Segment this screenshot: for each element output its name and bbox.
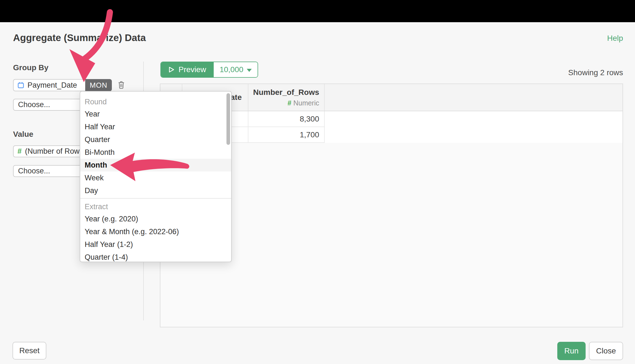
preview-button[interactable]: Preview xyxy=(161,62,214,77)
reset-button[interactable]: Reset xyxy=(12,342,46,360)
group-by-label: Group By xyxy=(13,63,49,72)
menu-item-quarter[interactable]: Quarter xyxy=(80,133,231,146)
dropdown-scrollbar[interactable] xyxy=(226,93,230,145)
page-title: Aggregate (Summarize) Data xyxy=(13,32,146,43)
date-round-dropdown-menu: Round Year Half Year Quarter Bi-Month Mo… xyxy=(80,91,232,262)
menu-item-extract-year[interactable]: Year (e.g. 2020) xyxy=(80,213,231,225)
column-type: # Numeric xyxy=(288,99,319,107)
preview-row-limit-value: 10,000 xyxy=(220,65,243,74)
date-round-badge[interactable]: MON xyxy=(85,79,112,91)
menu-item-year[interactable]: Year xyxy=(80,108,231,120)
number-of-rows-cell: 8,300 xyxy=(248,111,325,127)
close-button[interactable]: Close xyxy=(589,342,623,360)
trash-icon[interactable] xyxy=(118,81,125,89)
showing-rows-status: Showing 2 rows xyxy=(568,68,623,77)
group-by-field-name: Payment_Date xyxy=(27,81,77,90)
empty-cell xyxy=(325,111,623,127)
menu-item-extract-year-month[interactable]: Year & Month (e.g. 2022-06) xyxy=(80,225,231,238)
empty-cell xyxy=(325,127,623,143)
group-by-field[interactable]: Payment_Date xyxy=(13,79,85,91)
numeric-hash-icon: # xyxy=(288,99,291,107)
menu-item-half-year[interactable]: Half Year xyxy=(80,120,231,133)
value-label: Value xyxy=(13,130,33,139)
arrow-to-payment-date-field xyxy=(69,12,110,82)
preview-row-limit-select[interactable]: 10,000 xyxy=(214,62,258,77)
menu-section-round: Round xyxy=(80,96,231,108)
number-of-rows-cell: 1,700 xyxy=(248,127,325,143)
number-of-rows-column-header[interactable]: Number_of_Rows # Numeric xyxy=(248,84,325,111)
preview-button-group[interactable]: Preview 10,000 xyxy=(160,62,258,78)
column-name: Number_of_Rows xyxy=(253,88,319,97)
menu-item-week[interactable]: Week xyxy=(80,171,231,184)
empty-column-header xyxy=(325,84,623,111)
menu-item-month[interactable]: Month xyxy=(80,159,231,171)
menu-divider xyxy=(80,198,231,199)
calendar-icon xyxy=(17,82,24,89)
menu-section-extract: Extract xyxy=(80,201,231,213)
play-icon xyxy=(168,66,175,73)
top-black-bar xyxy=(0,0,635,22)
numeric-hash-icon: # xyxy=(17,147,22,156)
run-button[interactable]: Run xyxy=(557,342,586,360)
help-link[interactable]: Help xyxy=(607,34,623,43)
column-type-label: Numeric xyxy=(293,99,319,107)
menu-item-extract-half-year[interactable]: Half Year (1-2) xyxy=(80,238,231,251)
menu-item-extract-quarter[interactable]: Quarter (1-4) xyxy=(80,251,231,262)
preview-button-label: Preview xyxy=(178,65,206,74)
value-field-name: (Number of Rows) xyxy=(25,147,86,156)
menu-item-day[interactable]: Day xyxy=(80,184,231,197)
chevron-down-icon xyxy=(247,69,252,72)
menu-item-bi-month[interactable]: Bi-Month xyxy=(80,146,231,159)
